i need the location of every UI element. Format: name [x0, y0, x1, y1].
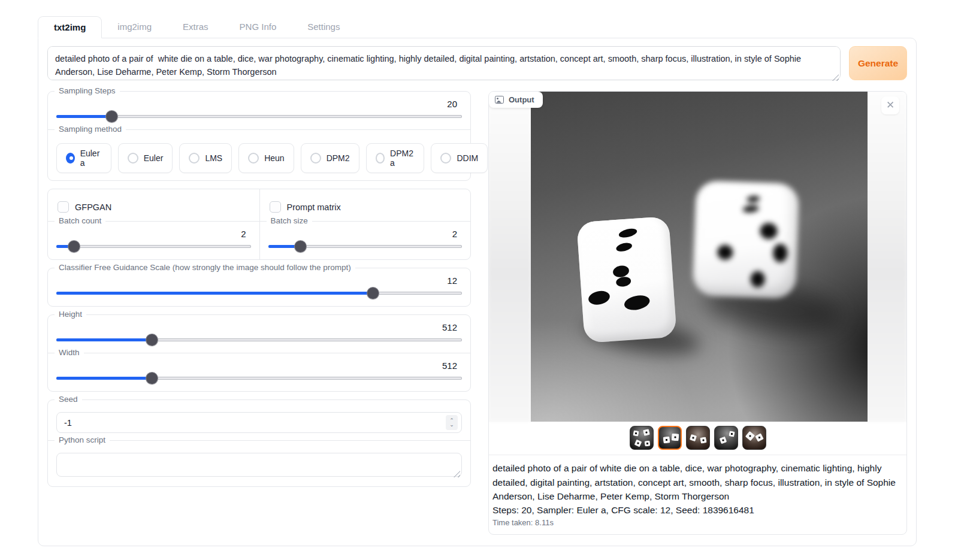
output-caption: detailed photo of a pair of white die on… [489, 455, 906, 534]
height-slider[interactable] [56, 334, 462, 346]
option-label: DPM2 [327, 153, 350, 163]
sampling-steps-value: 20 [56, 99, 462, 109]
height-value: 512 [56, 322, 462, 332]
seed-input[interactable] [56, 412, 462, 433]
seed-label: Seed [55, 395, 82, 404]
option-label: Euler [144, 153, 164, 163]
sampling-option-euler[interactable]: Euler [118, 143, 173, 173]
close-icon[interactable]: ✕ [881, 96, 899, 114]
settings-column: Sampling Steps 20 Sampling method [47, 91, 471, 535]
width-section: Width 512 [48, 353, 470, 391]
generate-button[interactable]: Generate [849, 46, 907, 80]
gallery-thumb-1[interactable] [630, 426, 654, 450]
gallery-thumb-2-selected[interactable] [658, 426, 682, 450]
radio-icon [248, 153, 259, 164]
output-panel: Output ✕ [488, 91, 907, 535]
gfpgan-checkbox[interactable] [58, 201, 69, 213]
gallery-thumb-3[interactable] [686, 426, 710, 450]
generated-image[interactable] [531, 92, 868, 422]
txt2img-app: txt2img img2img Extras PNG Info Settings… [38, 16, 917, 546]
prompt-box: detailed photo of a pair of white die on… [47, 46, 841, 83]
sampling-method-options: Euler a Euler LMS [56, 143, 462, 173]
sampling-option-heun[interactable]: Heun [238, 143, 294, 173]
python-script-input[interactable] [56, 453, 462, 477]
image-letterbox-left [489, 92, 531, 422]
script-input-wrap [56, 453, 462, 479]
batch-size-slider[interactable] [268, 240, 463, 252]
sampling-option-lms[interactable]: LMS [179, 143, 232, 173]
sampling-option-euler-a[interactable]: Euler a [56, 143, 111, 173]
cfg-value: 12 [56, 276, 462, 286]
width-label: Width [55, 348, 84, 357]
cfg-slider[interactable] [56, 287, 462, 299]
number-spinner[interactable]: ⌃⌄ [446, 415, 458, 430]
slider-fill [56, 338, 152, 341]
tab-bar: txt2img img2img Extras PNG Info Settings [38, 16, 917, 38]
option-label: LMS [205, 153, 222, 163]
gallery-area: Output ✕ [489, 92, 906, 422]
slider-track [56, 245, 251, 248]
prompt-matrix-label: Prompt matrix [287, 202, 341, 212]
die-right [693, 180, 800, 299]
sampling-option-ddim[interactable]: DDIM [431, 143, 488, 173]
dimensions-panel: Height 512 Width 512 [47, 314, 471, 392]
sampling-option-dpm2[interactable]: DPM2 [301, 143, 359, 173]
batch-count-value: 2 [56, 229, 251, 239]
batch-size-value: 2 [268, 229, 463, 239]
sampling-steps-slider[interactable] [56, 110, 462, 122]
option-label: Heun [264, 153, 284, 163]
image-icon [495, 96, 504, 104]
seed-script-panel: Seed ⌃⌄ Python script [47, 399, 471, 487]
sampling-option-dpm2a[interactable]: DPM2 a [366, 143, 425, 173]
slider-fill [56, 115, 111, 118]
options-batch-panel: GFPGAN Prompt matrix Batch count 2 [47, 189, 471, 260]
prompt-row: detailed photo of a pair of white die on… [47, 46, 907, 83]
sampling-steps-section: Sampling Steps 20 [48, 92, 470, 129]
width-slider[interactable] [56, 372, 462, 384]
slider-thumb[interactable] [146, 373, 158, 384]
script-section: Python script [48, 440, 470, 486]
radio-icon [376, 153, 385, 164]
caption-time-text: Time taken: 8.11s [492, 518, 903, 527]
gallery-thumbnails [489, 422, 906, 455]
slider-fill [56, 377, 152, 380]
batch-size-cell: Batch size 2 [259, 221, 471, 259]
cfg-panel: Classifier Free Guidance Scale (how stro… [47, 268, 471, 307]
batch-count-label: Batch count [55, 216, 105, 225]
gallery-thumb-5[interactable] [742, 426, 766, 450]
radio-checked-icon [66, 153, 75, 164]
sampling-method-section: Sampling method Euler a Euler [48, 129, 470, 180]
tab-txt2img[interactable]: txt2img [38, 16, 102, 38]
slider-fill [56, 292, 373, 295]
prompt-input[interactable]: detailed photo of a pair of white die on… [47, 46, 841, 80]
caption-prompt-text: detailed photo of a pair of white die on… [492, 461, 903, 504]
tab-img2img[interactable]: img2img [102, 16, 167, 38]
option-label: DPM2 a [390, 149, 415, 168]
image-letterbox-right [865, 92, 906, 422]
prompt-matrix-row[interactable]: Prompt matrix [268, 199, 463, 214]
radio-icon [440, 153, 451, 164]
sampling-steps-label: Sampling Steps [55, 86, 120, 95]
slider-thumb[interactable] [367, 287, 379, 299]
cfg-label: Classifier Free Guidance Scale (how stro… [55, 263, 355, 272]
radio-icon [128, 153, 138, 164]
option-label: DDIM [457, 153, 478, 163]
height-section: Height 512 [48, 315, 470, 353]
slider-thumb[interactable] [106, 111, 117, 122]
gallery-thumb-4[interactable] [714, 426, 738, 450]
output-chip: Output [489, 92, 543, 108]
tab-settings[interactable]: Settings [292, 16, 355, 38]
slider-thumb[interactable] [295, 241, 306, 252]
prompt-matrix-checkbox[interactable] [270, 201, 281, 213]
tab-png-info[interactable]: PNG Info [224, 16, 292, 38]
slider-thumb[interactable] [68, 241, 80, 252]
output-column: Output ✕ [488, 91, 907, 535]
tab-extras[interactable]: Extras [167, 16, 224, 38]
batch-count-slider[interactable] [56, 240, 251, 252]
output-label: Output [509, 95, 534, 104]
gfpgan-row[interactable]: GFPGAN [56, 199, 251, 214]
sampling-panel: Sampling Steps 20 Sampling method [47, 91, 471, 181]
python-script-label: Python script [55, 435, 110, 444]
height-label: Height [55, 310, 86, 319]
slider-thumb[interactable] [146, 334, 158, 346]
